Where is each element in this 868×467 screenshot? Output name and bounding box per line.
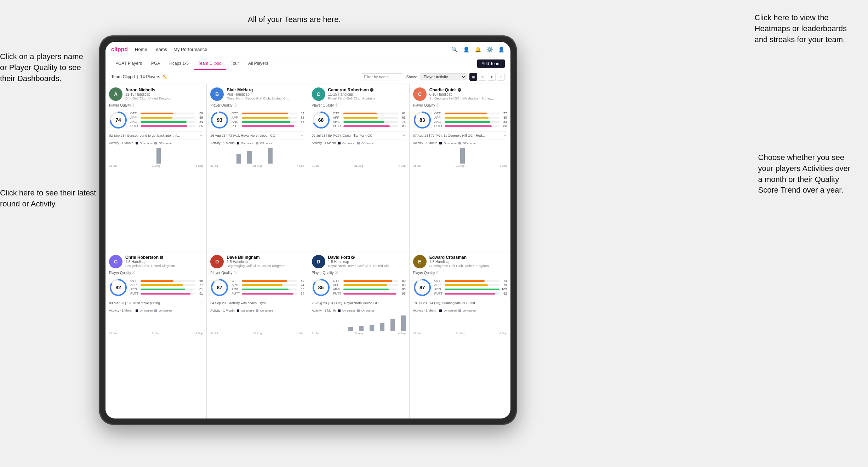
latest-round[interactable]: 02 Sep 23 | Sunset round to get back int… (109, 131, 203, 137)
quality-circle[interactable]: 83 (413, 111, 432, 129)
edit-team-icon[interactable]: ✏️ (162, 75, 167, 79)
quality-circle[interactable]: 85 (312, 278, 330, 297)
quality-circle[interactable]: 93 (210, 111, 229, 129)
activities-tooltip: Choose whether you seeyour players Activ… (758, 152, 850, 196)
bar-label: APP (333, 283, 342, 287)
player-card[interactable]: E Edward Crossman 1-5 Handicap Sunningda… (410, 251, 510, 418)
activity-header: Activity · 1 Month On course Off course (413, 309, 507, 312)
tab-pgat[interactable]: PGAT Players (111, 57, 146, 70)
quality-section: 85 OTT 89 APP (312, 278, 406, 297)
quality-circle[interactable]: 74 (109, 111, 127, 129)
player-name[interactable]: Aaron Nicholls (125, 87, 203, 92)
latest-round[interactable]: 18 Jul 23 | 74 (+3), Sunningdale GC - Ol… (413, 299, 507, 305)
bar-track (141, 125, 195, 127)
player-name[interactable]: Chris Robertson ✓ (125, 255, 203, 260)
show-select[interactable]: Player Activity Quality Score Trend (420, 73, 467, 80)
off-course-label: Off course (159, 309, 172, 312)
activity-header: Activity · 1 Month On course Off course (312, 309, 406, 312)
player-card[interactable]: D Dave Billingham 1-5 Handicap Sog Magin… (207, 251, 308, 418)
bar-value: 75 (399, 120, 406, 124)
quality-circle[interactable]: 87 (413, 278, 432, 297)
nav-home[interactable]: Home (135, 47, 147, 52)
player-name[interactable]: Dave Billingham (227, 255, 304, 260)
latest-round-tooltip: Click here to see their latestround or A… (0, 188, 96, 210)
tab-team-clippd[interactable]: Team Clippd (194, 57, 226, 70)
sort-icon[interactable]: ↕ (497, 73, 505, 81)
latest-round-arrow[interactable]: → (503, 133, 507, 137)
tab-all-players[interactable]: All Players (244, 57, 273, 70)
latest-round-arrow[interactable]: → (301, 301, 304, 305)
bar-track (141, 289, 195, 290)
add-team-button[interactable]: Add Team (477, 59, 505, 68)
tab-tour[interactable]: Tour (227, 57, 243, 70)
activity-section: Activity · 1 Month On course Off course … (210, 307, 304, 335)
bar-value: 91 (196, 292, 203, 295)
player-card[interactable]: C Chris Robertson ✓ 1-5 Handicap Craigmi… (105, 251, 206, 418)
bar-track (242, 284, 297, 286)
player-card[interactable]: C Charlie Quick ✓ 6-10 Handicap St. Geor… (410, 84, 510, 251)
latest-round-arrow[interactable]: → (199, 133, 203, 137)
player-name[interactable]: Edward Crossman (429, 255, 507, 260)
quality-label: Player Quality ⓘ (312, 103, 406, 108)
activity-legend: On course Off course (136, 142, 172, 145)
bar-value: 61 (399, 112, 406, 115)
filter-icon[interactable]: ▾ (488, 73, 496, 81)
bar-fill (445, 289, 499, 290)
player-card[interactable]: D David Ford ✓ 1-5 Handicap Royal North … (308, 251, 409, 418)
quality-circle[interactable]: 68 (312, 111, 330, 129)
player-info: Dave Billingham 1-5 Handicap Sog Maging … (227, 255, 304, 268)
latest-round[interactable]: 26 Aug 23 | 84 (+12), Royal North Devon … (312, 299, 406, 305)
profile-icon[interactable]: 👤 (498, 46, 505, 53)
latest-round[interactable]: 02 Jul 23 | 59 (+17), Craigmillar Park G… (312, 131, 406, 137)
off-course-dot (154, 309, 157, 312)
latest-round-arrow[interactable]: → (301, 133, 304, 137)
latest-round-arrow[interactable]: → (402, 133, 406, 137)
nav-performance[interactable]: My Performance (173, 47, 207, 52)
bar-value: 73 (501, 279, 507, 283)
grid-view-icon[interactable]: ⊞ (469, 73, 477, 81)
filter-input[interactable] (361, 73, 403, 80)
player-card[interactable]: B Blair McHarg Plus Handicap Royal North… (207, 84, 308, 251)
tab-hcaps[interactable]: Hcaps 1-5 (165, 57, 193, 70)
bar-value: 77 (196, 283, 203, 287)
player-card[interactable]: C Cameron Robertson ✓ 11-15 Handicap Roy… (308, 84, 409, 251)
bar-fill (242, 289, 289, 290)
on-course-dot (439, 142, 442, 144)
user-icon[interactable]: 👤 (463, 46, 470, 53)
settings-icon[interactable]: ⚙️ (486, 46, 493, 53)
player-name[interactable]: Cameron Robertson ✓ (328, 87, 406, 92)
info-icon: ⓘ (436, 103, 439, 108)
player-name[interactable]: Blair McHarg (227, 87, 304, 92)
activity-title: Activity · 1 Month (312, 141, 336, 145)
search-icon[interactable]: 🔍 (451, 46, 458, 53)
bell-icon[interactable]: 🔔 (475, 46, 481, 53)
quality-circle[interactable]: 82 (109, 278, 127, 297)
list-view-icon[interactable]: ≡ (479, 73, 486, 81)
bar-label: APP (434, 283, 444, 287)
player-info: Chris Robertson ✓ 1-5 Handicap Craigmill… (125, 255, 203, 268)
activity-section: Activity · 1 Month On course Off course … (109, 139, 203, 167)
latest-round-arrow[interactable]: → (402, 301, 406, 305)
nav-teams[interactable]: Teams (154, 47, 167, 52)
tab-pga[interactable]: PGA (147, 57, 164, 70)
player-name[interactable]: David Ford ✓ (328, 255, 406, 260)
latest-round[interactable]: 03 Mar 23 | 19, Must make putting → (109, 299, 203, 305)
latest-round[interactable]: 04 Sep 23 | Mobility with coach, Gym → (210, 299, 304, 305)
bar-track (343, 284, 398, 286)
quality-label: Player Quality ⓘ (109, 103, 203, 108)
latest-round[interactable]: 07 Aug 23 | 77 (+7), St George's Hill GC… (413, 131, 507, 137)
player-handicap: 1-5 Handicap (429, 260, 507, 264)
quality-circle[interactable]: 87 (210, 278, 229, 297)
player-name[interactable]: Charlie Quick ✓ (429, 87, 507, 92)
ipad-frame: clippd Home Teams My Performance 🔍 👤 🔔 ⚙… (99, 35, 517, 425)
quality-section: 87 OTT 82 APP (210, 278, 304, 297)
latest-round-arrow[interactable]: → (503, 301, 507, 305)
quality-section: 74 OTT 60 APP (109, 111, 203, 129)
latest-round-arrow[interactable]: → (199, 301, 203, 305)
player-card[interactable]: A Aaron Nicholls 11-15 Handicap Drift Go… (105, 84, 206, 251)
navbar-actions: 🔍 👤 🔔 ⚙️ 👤 (451, 46, 505, 53)
player-club: Sog Maging Golf Club, United Kingdom (227, 264, 304, 268)
activity-legend: On course Off course (439, 142, 476, 145)
latest-round[interactable]: 26 Aug 23 | 73 (+1), Royal North Devon G… (210, 131, 304, 137)
on-course-label: On course (140, 142, 153, 145)
